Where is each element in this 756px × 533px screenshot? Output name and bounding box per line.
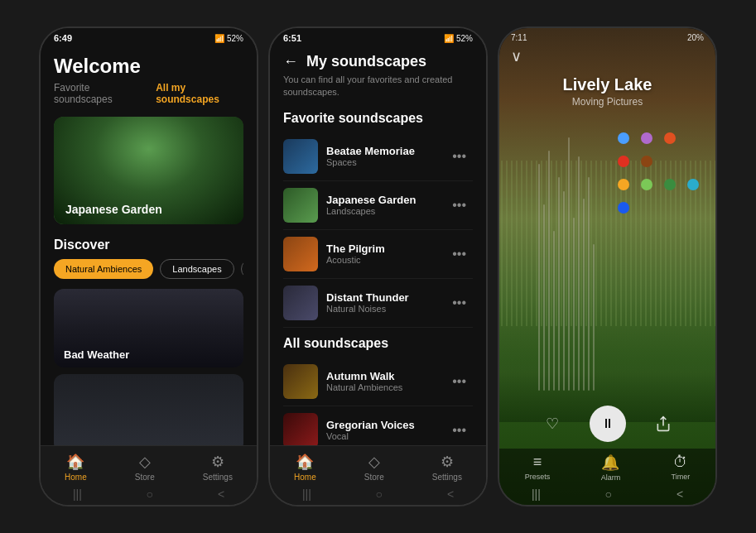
dot-blue-dark[interactable]: [618, 202, 629, 214]
tab-all-soundscapes[interactable]: All my soundscapes: [156, 82, 243, 105]
home-icon-1: 🏠: [66, 453, 84, 471]
dot-green-light[interactable]: [641, 179, 652, 190]
nav-alarm[interactable]: 🔔 Alarm: [601, 454, 621, 482]
gesture-home-1: ○: [147, 487, 153, 501]
settings-label-1: Settings: [203, 473, 233, 482]
alarm-label: Alarm: [601, 473, 621, 482]
thumb-thunder: [283, 286, 318, 320]
more-japanese[interactable]: •••: [445, 194, 473, 216]
info-beatae: Beatae Memoriae Spaces: [326, 145, 437, 167]
thumb-autumn: [283, 364, 318, 399]
battery-2: 📶 52%: [444, 34, 473, 43]
dot-red[interactable]: [618, 156, 629, 167]
dot-green-dark[interactable]: [664, 179, 676, 190]
dot-orange-red[interactable]: [664, 132, 676, 144]
info-autumn: Autumn Walk Natural Ambiences: [326, 370, 437, 392]
pause-icon: ⏸: [601, 416, 614, 431]
featured-label: Japanese Garden: [65, 203, 162, 216]
thumb-pilgrim: [283, 237, 318, 271]
dot-orange[interactable]: [618, 179, 629, 190]
soundscapes-list: Favorite soundscapes Beatae Memoriae Spa…: [270, 106, 486, 445]
sound-gregorian[interactable]: Gregorian Voices Vocal •••: [283, 406, 473, 445]
phone3-content: 7:11 20% ∨ Lively Lake Moving Pictures: [499, 28, 715, 505]
bottom-nav-2: 🏠 Home ◇ Store ⚙ Settings: [270, 445, 486, 485]
sound-pilgrim[interactable]: The Pilgrim Acoustic •••: [283, 230, 473, 279]
sound-autumn[interactable]: Autumn Walk Natural Ambiences •••: [283, 358, 473, 406]
phone2-content: ← My soundscapes You can find all your f…: [270, 46, 486, 445]
nav-home-1[interactable]: 🏠 Home: [65, 453, 87, 482]
more-thunder[interactable]: •••: [445, 292, 473, 314]
gesture-recent-2: <: [447, 487, 454, 501]
status-bar-1: 6:49 📶 52%: [41, 28, 257, 46]
sound-beatae[interactable]: Beatae Memoriae Spaces •••: [283, 132, 473, 181]
chevron-down-icon[interactable]: ∨: [511, 47, 522, 65]
more-gregorian[interactable]: •••: [445, 420, 473, 441]
vline-7: [568, 137, 570, 391]
p3-time: 7:11: [511, 33, 527, 42]
presets-label: Presets: [525, 473, 551, 481]
featured-card[interactable]: Japanese Garden: [54, 117, 243, 224]
more-beatae[interactable]: •••: [445, 146, 473, 167]
vert-lines: [508, 124, 624, 391]
settings-icon-1: ⚙: [211, 453, 224, 471]
more-pilgrim[interactable]: •••: [445, 243, 473, 265]
phone1-content: Welcome Favorite soundscapes All my soun…: [41, 46, 257, 445]
presets-icon: ≡: [533, 454, 542, 471]
name-autumn: Autumn Walk: [326, 370, 437, 382]
gesture-back-3: |||: [532, 487, 541, 501]
settings-label-2: Settings: [432, 473, 462, 482]
nav-presets[interactable]: ≡ Presets: [525, 454, 551, 482]
name-gregorian: Gregorian Voices: [326, 419, 437, 431]
vline-10: [583, 199, 585, 391]
time-1: 6:49: [54, 33, 72, 43]
p3-controls: ♡ ⏸: [499, 399, 715, 449]
pause-button[interactable]: ⏸: [590, 406, 626, 442]
filter-natural[interactable]: Natural Ambiences: [54, 259, 153, 279]
card-bad-weather[interactable]: Bad Weather: [54, 289, 243, 367]
gesture-home-2: ○: [376, 487, 383, 501]
all-section-title: All soundscapes: [283, 336, 473, 351]
favorite-section-title: Favorite soundscapes: [283, 111, 473, 126]
cat-thunder: Natural Noises: [326, 304, 437, 314]
vline-6: [563, 191, 565, 391]
sound-thunder[interactable]: Distant Thunder Natural Noises •••: [283, 279, 473, 328]
phone-3: 7:11 20% ∨ Lively Lake Moving Pictures: [498, 26, 717, 507]
cat-gregorian: Vocal: [326, 431, 437, 441]
dot-purple[interactable]: [641, 132, 652, 144]
dot-brown[interactable]: [641, 156, 652, 167]
nav-store-1[interactable]: ◇ Store: [135, 453, 155, 482]
dot-blue[interactable]: [618, 132, 629, 144]
p3-viz-area: [499, 108, 715, 399]
discover-cards: Bad Weather: [41, 282, 257, 445]
p3-battery: 20%: [687, 33, 704, 42]
gesture-recent-1: <: [218, 487, 224, 501]
battery-1: 📶 52%: [214, 34, 243, 43]
info-gregorian: Gregorian Voices Vocal: [326, 419, 437, 441]
gesture-bar-2: ||| ○ <: [270, 485, 486, 505]
rain-bg: [54, 374, 243, 445]
dots-row-2: [618, 156, 699, 167]
heart-button[interactable]: ♡: [534, 406, 571, 442]
phone3-ui: 7:11 20% ∨ Lively Lake Moving Pictures: [499, 28, 715, 505]
filter-landscapes[interactable]: Landscapes: [160, 259, 234, 279]
dot-teal[interactable]: [687, 179, 699, 190]
nav-timer[interactable]: ⏱ Timer: [672, 454, 691, 482]
card-rain[interactable]: [54, 374, 243, 445]
nav-store-2[interactable]: ◇ Store: [364, 453, 384, 482]
time-2: 6:51: [283, 33, 301, 43]
nav-settings-2[interactable]: ⚙ Settings: [432, 453, 462, 482]
nav-settings-1[interactable]: ⚙ Settings: [203, 453, 233, 482]
tab-favorites[interactable]: Favorite soundscapes: [54, 82, 142, 105]
share-button[interactable]: [645, 406, 681, 442]
dots-row-1: [618, 132, 699, 144]
sound-japanese[interactable]: Japanese Garden Landscapes •••: [283, 181, 473, 230]
more-autumn[interactable]: •••: [445, 371, 473, 392]
nav-home-2[interactable]: 🏠 Home: [294, 453, 316, 482]
soundscapes-subtitle: You can find all your favorites and crea…: [270, 74, 486, 106]
back-arrow[interactable]: ←: [283, 53, 298, 70]
bottom-nav-1: 🏠 Home ◇ Store ⚙ Settings: [41, 445, 257, 485]
filter-syn[interactable]: Syn...: [241, 259, 243, 279]
name-thunder: Distant Thunder: [326, 291, 437, 304]
discover-title: Discover: [54, 238, 243, 252]
timer-label: Timer: [672, 473, 691, 481]
